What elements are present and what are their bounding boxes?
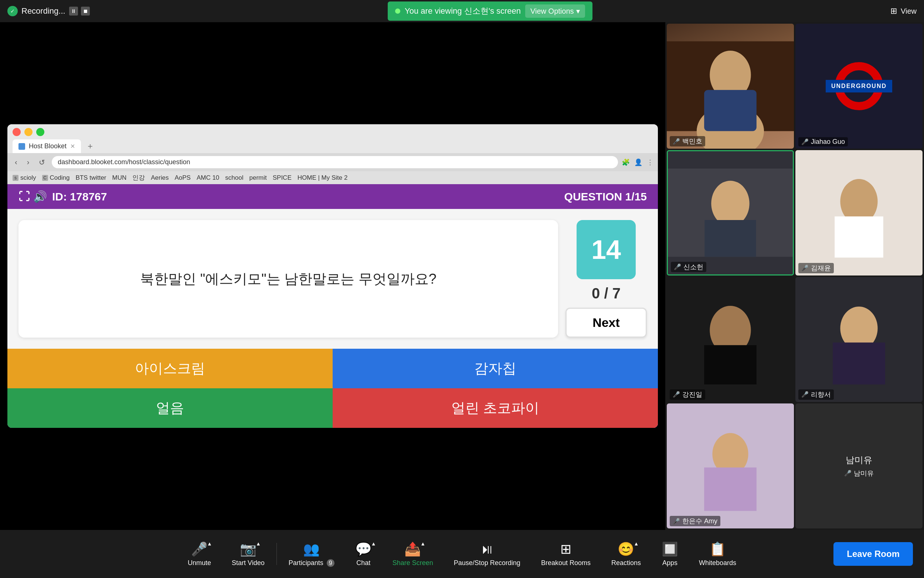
answer-4-btn[interactable]: 얼린 초코파이	[333, 388, 658, 428]
new-tab-btn[interactable]: ＋	[83, 139, 98, 153]
bookmark-spice[interactable]: SPICE	[273, 174, 291, 182]
muted-mic-icon: 🎤	[673, 518, 680, 525]
bookmark-aops[interactable]: AoPS	[175, 174, 190, 182]
participant-name-jiahao: 🎤 Jiahao Guo	[798, 137, 848, 146]
answer-3-btn[interactable]: 얼음	[7, 388, 333, 428]
maximize-window-btn[interactable]	[36, 128, 44, 136]
bookmark-aeries[interactable]: Aeries	[151, 174, 168, 182]
blooket-app: ⛶ 🔊 ID: 178767 QUESTION 1/15 북한말인 "에스키모"…	[7, 184, 658, 428]
viewing-banner: You are viewing 신소현's screen View Option…	[388, 2, 592, 21]
address-bar-row: ‹ › ↺ dashboard.blooket.com/host/classic…	[7, 153, 658, 171]
video-gallery: 🎤 백민호 UNDERGROUND 🎤 Jiahao Guo 🎤 신소헌	[665, 22, 924, 530]
next-button[interactable]: Next	[565, 308, 647, 338]
chat-button[interactable]: 💬 ▲ Chat	[345, 541, 382, 567]
top-right-controls: ⊞ View	[890, 6, 917, 16]
bookmark-mun[interactable]: MUN	[112, 174, 127, 182]
breakout-icon: ⊞	[560, 541, 571, 557]
apps-button[interactable]: 🔲 Apps	[651, 541, 689, 567]
forward-btn[interactable]: ›	[24, 156, 32, 168]
shield-icon: ✓	[7, 6, 18, 16]
question-card: 북한말인 "에스키모"는 남한말로는 무엇일까요?	[18, 220, 558, 338]
back-btn[interactable]: ‹	[12, 156, 20, 168]
video-cell-shinsohun: 🎤 신소헌	[667, 150, 794, 275]
bookmark-icon: s	[13, 175, 18, 181]
person-silhouette-4	[667, 277, 794, 402]
extensions-icon: 🧩	[622, 158, 630, 166]
bookmark-bts[interactable]: BTS twitter	[75, 174, 106, 182]
bookmarks-bar: s scioly C Coding BTS twitter MUN 인강 Aer…	[7, 171, 658, 184]
svg-rect-6	[704, 220, 756, 257]
expand-icon: ⛶	[18, 190, 29, 203]
view-label: View	[901, 7, 917, 16]
bookmark-coding[interactable]: C Coding	[42, 174, 70, 182]
rec-controls: ⏸ ⏹	[69, 6, 90, 16]
address-bar[interactable]: dashboard.blooket.com/host/classic/quest…	[52, 156, 618, 168]
grid-icon: ⊞	[890, 6, 897, 16]
browser-window: Host Blooket ✕ ＋ ‹ › ↺ dashboard.blooket…	[7, 124, 658, 428]
bookmark-permit[interactable]: permit	[249, 174, 267, 182]
bookmark-icon: C	[42, 175, 48, 181]
view-options-button[interactable]: View Options ▾	[525, 5, 585, 18]
svg-rect-3	[704, 90, 757, 131]
share-screen-button[interactable]: 📤 ▲ Share Screen	[382, 541, 443, 567]
recording-indicator: ✓ Recording... ⏸ ⏹	[7, 6, 90, 16]
stop-rec-btn[interactable]: ⏹	[81, 6, 90, 16]
score-display: 0 / 7	[592, 285, 621, 302]
muted-mic-icon: 🎤 ▲	[191, 541, 208, 557]
reactions-button[interactable]: 😊 ▲ Reactions	[601, 541, 651, 567]
underground-logo: UNDERGROUND	[795, 24, 922, 149]
recording-label: Recording...	[21, 6, 65, 16]
close-window-btn[interactable]	[13, 128, 21, 136]
browser-toolbar-icons: 🧩 👤 ⋮	[622, 158, 654, 166]
whiteboards-button[interactable]: 📋 Whiteboards	[689, 541, 747, 567]
pause-recording-button[interactable]: ⏯ Pause/Stop Recording	[443, 541, 531, 567]
person-silhouette	[667, 24, 794, 149]
participant-name-riyangseo: 🎤 리향서	[798, 390, 834, 400]
viewing-text: You are viewing 신소현's screen	[405, 6, 521, 17]
participant-name-baekminho: 🎤 백민호	[670, 136, 705, 146]
blooket-main: 북한말인 "에스키모"는 남한말로는 무엇일까요? 14 0 / 7 Next	[7, 209, 658, 349]
participants-icon: 👥	[303, 541, 320, 557]
bookmark-home[interactable]: HOME | My Site 2	[298, 174, 348, 182]
more-icon: ⋮	[647, 158, 654, 166]
bookmark-scioly[interactable]: s scioly	[13, 174, 36, 182]
muted-mic-icon: 🎤	[673, 391, 680, 398]
answer-grid: 아이스크림 감자칩 얼음 얼린 초코파이	[7, 349, 658, 428]
unmute-button[interactable]: 🎤 ▲ Unmute	[177, 541, 222, 567]
browser-traffic-lights	[13, 128, 653, 136]
tab-close-btn[interactable]: ✕	[70, 143, 75, 150]
answer-1-btn[interactable]: 아이스크림	[7, 349, 333, 388]
bookmark-korean[interactable]: 인강	[132, 174, 145, 182]
participants-button[interactable]: 👥 Participants 9	[278, 541, 345, 567]
chevron-up-icon: ▲	[371, 541, 376, 547]
mic-icon: 🎤	[801, 265, 809, 271]
reactions-icon: 😊 ▲	[618, 541, 634, 557]
top-bar: ✓ Recording... ⏸ ⏹ You are viewing 신소현's…	[0, 0, 924, 22]
participant-name-kangjinal: 🎤 강진일	[670, 390, 705, 400]
chevron-up-icon: ▲	[256, 541, 261, 547]
active-browser-tab[interactable]: Host Blooket ✕	[13, 140, 81, 153]
video-cell-kimjaeyoon: 🎤 김재윤	[795, 150, 922, 275]
muted-mic-icon: 🎤	[801, 138, 809, 145]
profile-icon: 👤	[634, 158, 642, 166]
start-video-button[interactable]: 📷 ▲ Start Video	[222, 541, 275, 567]
question-text: 북한말인 "에스키모"는 남한말로는 무엇일까요?	[140, 268, 437, 289]
apps-icon: 🔲	[662, 541, 678, 557]
bookmark-amc[interactable]: AMC 10	[197, 174, 219, 182]
video-cell-jiahao: UNDERGROUND 🎤 Jiahao Guo	[795, 24, 922, 149]
leave-room-button[interactable]: Leave Room	[833, 542, 913, 566]
answer-2-btn[interactable]: 감자칩	[333, 349, 658, 388]
video-cell-baekminho: 🎤 백민호	[667, 24, 794, 149]
blooket-id-icons: ⛶ 🔊	[18, 190, 47, 203]
bookmark-school[interactable]: school	[225, 174, 243, 182]
person-silhouette-6	[667, 403, 794, 528]
minimize-window-btn[interactable]	[24, 128, 32, 136]
person-silhouette-3	[795, 150, 922, 275]
breakout-rooms-button[interactable]: ⊞ Breakout Rooms	[531, 541, 601, 567]
chevron-up-icon: ▲	[420, 541, 426, 547]
video-off-icon: 📷 ▲	[240, 541, 257, 557]
tab-title: Host Blooket	[29, 142, 66, 150]
pause-rec-btn[interactable]: ⏸	[69, 6, 78, 16]
browser-tab-bar: Host Blooket ✕ ＋	[13, 139, 653, 153]
reload-btn[interactable]: ↺	[36, 156, 48, 168]
